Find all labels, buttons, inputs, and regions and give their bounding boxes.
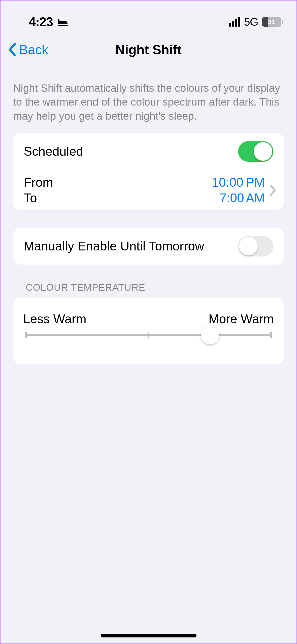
intro-text: Night Shift automatically shifts the col… <box>1 66 296 133</box>
cellular-signal-icon <box>229 17 240 27</box>
manual-group: Manually Enable Until Tomorrow <box>13 228 284 265</box>
chevron-right-icon <box>269 184 276 196</box>
from-label: From <box>24 175 53 190</box>
sleep-icon <box>57 18 69 26</box>
status-bar: 4:23 5G 31 <box>1 1 296 33</box>
network-type: 5G <box>244 16 258 28</box>
schedule-fromto-values: 10:00 PM 7:00 AM <box>212 175 265 205</box>
scheduled-toggle[interactable] <box>238 141 273 162</box>
status-right: 5G 31 <box>229 16 281 28</box>
scheduled-row: Scheduled <box>13 133 284 170</box>
manual-label: Manually Enable Until Tomorrow <box>24 239 204 253</box>
more-warm-label: More Warm <box>209 312 274 326</box>
temperature-labels: Less Warm More Warm <box>23 312 274 326</box>
status-time: 4:23 <box>29 15 53 29</box>
schedule-fromto-labels: From To <box>24 175 53 205</box>
home-indicator[interactable] <box>101 634 196 637</box>
scheduled-group: Scheduled From To 10:00 PM 7:00 AM <box>13 133 284 210</box>
manual-toggle[interactable] <box>238 236 273 256</box>
nav-bar: Back Night Shift <box>1 33 296 66</box>
schedule-time-row[interactable]: From To 10:00 PM 7:00 AM <box>13 170 284 210</box>
temperature-slider[interactable] <box>25 334 272 336</box>
battery-icon: 31 <box>262 17 281 27</box>
from-value: 10:00 PM <box>212 175 265 190</box>
slider-thumb[interactable] <box>201 326 219 344</box>
to-label: To <box>24 191 53 205</box>
less-warm-label: Less Warm <box>23 312 86 326</box>
temperature-header: COLOUR TEMPERATURE <box>13 282 284 298</box>
chevron-left-icon <box>8 43 17 57</box>
manual-row: Manually Enable Until Tomorrow <box>13 228 284 265</box>
back-button[interactable]: Back <box>8 42 48 57</box>
to-value: 7:00 AM <box>212 191 265 205</box>
scheduled-label: Scheduled <box>24 144 83 159</box>
battery-percent: 31 <box>262 18 281 26</box>
temperature-card: Less Warm More Warm <box>13 298 284 364</box>
slider-mid-tick <box>148 332 149 338</box>
back-label: Back <box>19 42 48 57</box>
status-left: 4:23 <box>29 15 69 29</box>
